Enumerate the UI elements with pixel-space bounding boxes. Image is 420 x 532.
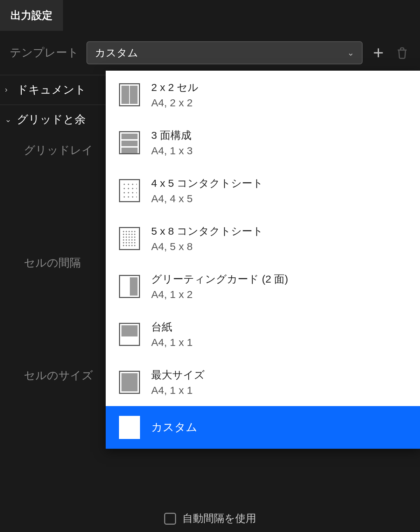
option-title: 2 x 2 セル	[151, 80, 198, 95]
section-label: グリッドと余	[17, 112, 86, 127]
grid-1x3-icon	[119, 131, 140, 154]
grid-5x8-icon	[119, 227, 140, 250]
tab-output-settings[interactable]: 出力設定	[0, 0, 63, 31]
option-title: 5 x 8 コンタクトシート	[151, 224, 263, 239]
add-template-button[interactable]	[370, 45, 386, 61]
auto-spacing-label: 自動間隔を使用	[182, 511, 256, 526]
section-label: ドキュメント	[17, 82, 86, 98]
grid-4x5-icon	[119, 179, 140, 202]
chevron-down-icon: ⌄	[347, 48, 354, 58]
template-option-5x8[interactable]: 5 x 8 コンタクトシート A4, 5 x 8	[106, 214, 420, 262]
chevron-down-icon: ⌄	[5, 115, 13, 124]
option-sub: A4, 1 x 1	[151, 384, 205, 396]
option-title: 4 x 5 コンタクトシート	[151, 176, 263, 191]
template-label: テンプレート	[10, 45, 79, 61]
template-selected-value: カスタム	[95, 46, 138, 60]
option-title: グリーティングカード (2 面)	[151, 272, 288, 286]
option-sub: A4, 1 x 3	[151, 145, 192, 157]
greeting-card-icon	[119, 275, 140, 298]
template-option-custom[interactable]: カスタム	[106, 406, 420, 449]
tab-bar: 出力設定	[0, 0, 420, 31]
auto-spacing-checkbox[interactable]	[164, 513, 176, 525]
option-sub: A4, 1 x 2	[151, 289, 288, 300]
mat-icon	[119, 323, 140, 346]
option-title: 最大サイズ	[151, 368, 205, 382]
template-option-2x2[interactable]: 2 x 2 セル A4, 2 x 2	[106, 71, 420, 119]
template-dropdown[interactable]: カスタム ⌄	[86, 41, 363, 64]
option-title: 3 面構成	[151, 128, 192, 143]
template-option-4x5[interactable]: 4 x 5 コンタクトシート A4, 4 x 5	[106, 166, 420, 214]
option-sub: A4, 5 x 8	[151, 241, 263, 253]
auto-spacing-row: 自動間隔を使用	[0, 506, 420, 532]
max-size-icon	[119, 371, 140, 394]
pencil-icon	[119, 416, 140, 439]
tab-title: 出力設定	[10, 8, 52, 23]
template-row: テンプレート カスタム ⌄	[0, 31, 420, 75]
template-option-mat[interactable]: 台紙 A4, 1 x 1	[106, 310, 420, 358]
chevron-right-icon: ›	[5, 85, 13, 94]
template-option-1x3[interactable]: 3 面構成 A4, 1 x 3	[106, 119, 420, 166]
grid-2x2-icon	[119, 83, 140, 106]
option-sub: A4, 1 x 1	[151, 336, 192, 348]
template-option-greeting[interactable]: グリーティングカード (2 面) A4, 1 x 2	[106, 262, 420, 310]
option-title: カスタム	[151, 420, 197, 435]
template-dropdown-popup: 2 x 2 セル A4, 2 x 2 3 面構成 A4, 1 x 3 4 x 5…	[106, 71, 420, 449]
delete-template-button	[394, 45, 410, 61]
option-sub: A4, 2 x 2	[151, 97, 198, 109]
template-option-max[interactable]: 最大サイズ A4, 1 x 1	[106, 358, 420, 406]
option-sub: A4, 4 x 5	[151, 193, 263, 205]
option-title: 台紙	[151, 320, 192, 334]
